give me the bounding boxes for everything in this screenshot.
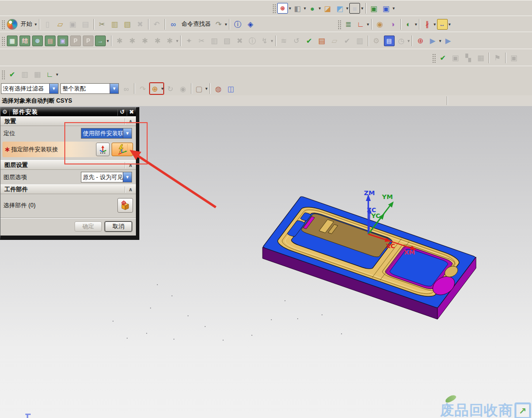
render-style-icon[interactable]: ●▾ <box>307 2 321 14</box>
snap-point-icon[interactable]: ⊕▾ <box>150 83 164 94</box>
help-info-icon[interactable]: ⓘ <box>232 18 244 30</box>
dialog-menu-gear-icon[interactable]: ⚙ <box>0 108 10 116</box>
tool-spotlight-icon[interactable]: ↯▾ <box>259 35 273 47</box>
dropdown-caret-icon[interactable]: ▾ <box>408 38 410 43</box>
mw-export-icon[interactable]: →▾ <box>95 35 109 47</box>
start-menu-button[interactable]: 开始▾ <box>19 18 37 30</box>
tool-trim-icon[interactable]: ✂ <box>196 35 208 47</box>
csys-tool-icon[interactable]: ∟▾ <box>44 69 58 80</box>
new-window-icon[interactable]: ▣ <box>368 2 380 14</box>
robot-arm-icon[interactable]: ⚙ <box>371 35 382 47</box>
dialog-reset-icon[interactable]: ↺ <box>117 108 127 116</box>
component-copy-icon[interactable]: ▥ <box>19 69 31 80</box>
hand-pick-icon[interactable]: ◉ <box>177 83 189 94</box>
chevron-down-icon[interactable]: ▼ <box>110 84 118 93</box>
target-point-icon[interactable]: ⊕ <box>415 35 426 47</box>
feature-hole-icon[interactable]: ✱ <box>139 35 151 47</box>
delete-icon[interactable]: ✖ <box>134 18 146 30</box>
background-color-icon[interactable]: ■▾ <box>349 2 363 14</box>
dropdown-caret-icon[interactable]: ▾ <box>346 6 349 11</box>
toolbar-grip[interactable] <box>1 70 5 79</box>
positioning-dropdown[interactable]: 使用部件安装联 ▼ <box>81 128 132 139</box>
ok-button[interactable]: 确定 <box>75 221 102 232</box>
save-icon[interactable]: ▣ <box>67 18 79 30</box>
flag-constraint-icon[interactable]: ⚑ <box>492 52 503 64</box>
dropdown-caret-icon[interactable]: ▾ <box>161 86 164 91</box>
open-file-icon[interactable]: ▱ <box>55 18 66 30</box>
touch-select-icon[interactable]: ◉ <box>374 18 386 30</box>
command-finder-icon[interactable]: ∞ <box>168 18 179 30</box>
toolbar-grip[interactable] <box>1 36 5 46</box>
check-box-icon[interactable]: ✔ <box>342 35 353 47</box>
section-work-part[interactable]: 工件部件 ∧ <box>0 184 136 194</box>
collapse-chevron-icon[interactable]: ∧ <box>125 162 136 168</box>
feature-trim-icon[interactable]: ✱▾ <box>165 35 179 47</box>
repeat-command-icon[interactable]: ↷▾ <box>213 18 228 30</box>
mw-mold-csys-icon[interactable]: ⊕ <box>32 35 43 47</box>
funnel-flow2-icon[interactable]: ▶ <box>442 35 454 47</box>
dropdown-caret-icon[interactable]: ▾ <box>225 22 228 27</box>
print-icon[interactable]: ▤ <box>80 18 92 30</box>
pages-icon[interactable]: ▥ <box>354 35 366 47</box>
collapse-chevron-icon[interactable]: ∧ <box>125 186 136 193</box>
toolbar-grip[interactable] <box>272 3 276 13</box>
selection-filter-dropdown[interactable]: 没有选择过滤器 ▼ <box>1 83 58 94</box>
ok-check-icon[interactable]: ✔ <box>6 69 18 80</box>
measure-distance-icon[interactable]: ↔▾ <box>437 18 451 30</box>
feature-emboss-icon[interactable]: ✱ <box>152 35 164 47</box>
assembly-tree-icon[interactable]: ▚ <box>462 52 474 64</box>
paste-icon[interactable]: ▧ <box>122 18 133 30</box>
mw-pattern-p2-icon[interactable]: P <box>82 35 94 47</box>
section-layer-settings[interactable]: 图层设置 ∧ <box>0 160 136 170</box>
wcs-orient-icon[interactable]: ∟▾ <box>355 18 369 30</box>
flow-analysis-icon[interactable]: ≋ <box>278 35 290 47</box>
feature-extrude-icon[interactable]: ✱ <box>114 35 126 47</box>
find-component-icon[interactable]: ∞ <box>120 83 132 94</box>
mw-multi-cavity-icon[interactable]: 结 <box>19 35 31 47</box>
view-orient-icon[interactable]: ◧▾ <box>292 2 306 14</box>
selection-scope-dropdown[interactable]: 整个装配 ▼ <box>60 83 119 94</box>
dropdown-caret-icon[interactable]: ▾ <box>434 22 436 27</box>
cut-icon[interactable]: ✂ <box>96 18 108 30</box>
dropdown-caret-icon[interactable]: ▾ <box>271 38 273 43</box>
doc-tan-icon[interactable]: ▱ <box>329 35 341 47</box>
assembly-grid-icon[interactable]: ▦ <box>475 52 487 64</box>
dropdown-caret-icon[interactable]: ▾ <box>361 6 363 11</box>
nx-logo[interactable] <box>6 18 18 30</box>
mw-shrinkage-icon[interactable]: ▤ <box>44 35 56 47</box>
cascade-windows-icon[interactable]: ▣ <box>508 52 520 64</box>
toolbar-grip[interactable] <box>1 19 5 29</box>
section-placement[interactable]: 放置 ∧ <box>0 116 136 126</box>
snap-curve-icon[interactable]: ↷ <box>137 83 149 94</box>
dropdown-caret-icon[interactable]: ▾ <box>415 22 418 27</box>
layer-settings-icon[interactable]: ≣ <box>342 18 354 30</box>
help-context-icon[interactable]: ◈ <box>245 18 256 30</box>
layout-table-icon[interactable]: ▦ <box>32 69 43 80</box>
report-icon[interactable]: ▤ <box>383 35 395 47</box>
dropdown-caret-icon[interactable]: ▾ <box>107 38 109 43</box>
clip-work-section-icon[interactable]: ◩▾ <box>335 2 349 14</box>
undo-icon[interactable]: ↶ <box>151 18 163 30</box>
chevron-down-icon[interactable]: ▼ <box>123 128 132 138</box>
validate-part-icon[interactable]: ✔ <box>304 35 315 47</box>
cancel-button[interactable]: 取消 <box>105 221 132 232</box>
window-switch-icon[interactable]: ▣▾ <box>381 2 395 14</box>
layer-option-dropdown[interactable]: 原先 - 设为可见 ▼ <box>81 172 132 182</box>
dropdown-caret-icon[interactable]: ▾ <box>449 22 451 27</box>
dropdown-caret-icon[interactable]: ▾ <box>35 22 37 27</box>
part-list-icon[interactable]: ▤ <box>316 35 328 47</box>
dialog-close-icon[interactable]: ✖ <box>127 108 136 116</box>
clip-section-icon[interactable]: ◪ <box>322 2 334 14</box>
dropdown-caret-icon[interactable]: ▾ <box>289 6 291 11</box>
interference-check-icon[interactable]: ∦▾ <box>422 18 436 30</box>
show-hide-icon[interactable]: ◐▾ <box>403 18 418 30</box>
marquee-select-icon[interactable]: ▢▾ <box>194 83 208 94</box>
collapse-chevron-icon[interactable]: ∧ <box>125 118 136 125</box>
csys-dialog-button[interactable] <box>96 143 110 156</box>
dropdown-caret-icon[interactable]: ▾ <box>56 72 58 77</box>
mw-initialize-project-icon[interactable]: ▦ <box>6 35 18 47</box>
dropdown-caret-icon[interactable]: ▾ <box>439 38 441 43</box>
dropdown-caret-icon[interactable]: ▾ <box>367 22 369 27</box>
tool-wrench-icon[interactable]: ✦ <box>183 35 195 47</box>
dropdown-caret-icon[interactable]: ▾ <box>393 6 395 11</box>
